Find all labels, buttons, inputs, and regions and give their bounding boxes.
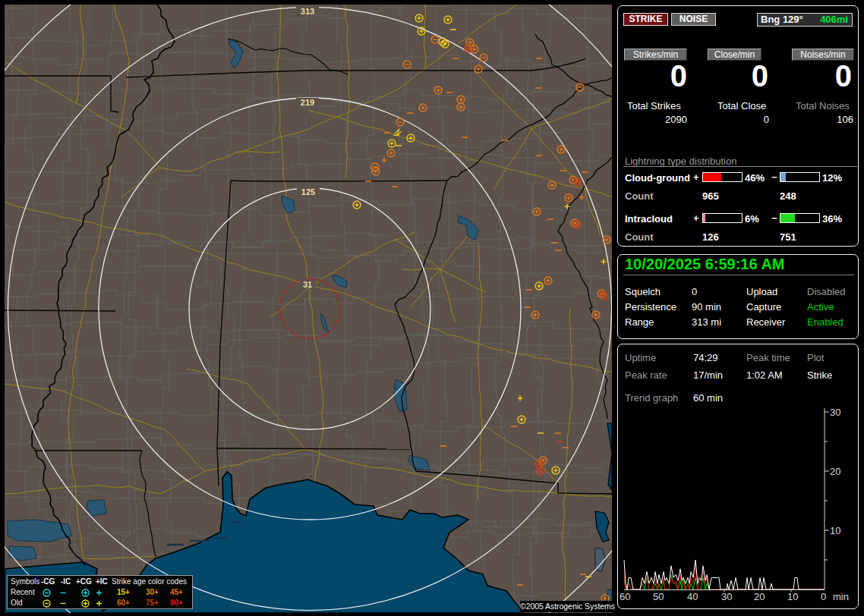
svg-text:20: 20	[830, 466, 840, 477]
svg-text:20: 20	[754, 591, 765, 602]
svg-text:30: 30	[721, 591, 732, 602]
svg-text:10: 10	[830, 525, 840, 536]
svg-text:10: 10	[787, 591, 798, 602]
svg-text:60: 60	[620, 591, 630, 602]
svg-text:0: 0	[821, 591, 826, 602]
svg-text:50: 50	[653, 591, 664, 602]
svg-text:min: min	[833, 591, 849, 602]
svg-text:40: 40	[687, 591, 698, 602]
svg-text:30: 30	[830, 407, 840, 418]
